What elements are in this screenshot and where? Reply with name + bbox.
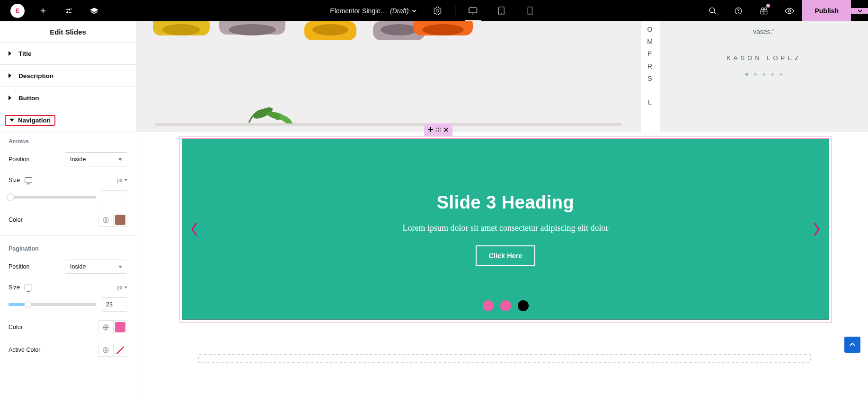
mobile-icon: [527, 6, 533, 16]
arrows-position-label: Position: [9, 156, 29, 163]
svg-point-7: [738, 12, 739, 13]
help-button[interactable]: [726, 0, 751, 21]
chevron-down-icon: [118, 266, 122, 268]
arrows-heading: Arrows: [9, 138, 127, 145]
global-color-button[interactable]: [98, 343, 114, 357]
pagination-color-swatch[interactable]: [115, 322, 125, 332]
arrows-size-slider[interactable]: [9, 191, 96, 203]
pagination-size-input[interactable]: 23: [102, 297, 127, 312]
svg-point-16: [436, 128, 437, 129]
globe-icon: [102, 324, 109, 331]
select-value: Inside: [70, 263, 86, 270]
svg-point-4: [530, 13, 531, 14]
whatsnew-button[interactable]: [751, 0, 777, 21]
pagination-active-color-swatch[interactable]: [115, 345, 125, 355]
layers-icon: [89, 7, 99, 15]
arrows-size-unit[interactable]: px: [116, 177, 127, 183]
section-button[interactable]: Button: [0, 87, 136, 109]
element-toolbar[interactable]: [424, 123, 452, 136]
add-section-button[interactable]: [428, 127, 434, 132]
responsive-icon[interactable]: [25, 177, 32, 183]
chevron-down-icon: [124, 287, 127, 288]
slide-pagination: [182, 300, 829, 311]
desktop-icon: [469, 7, 478, 15]
responsive-icon[interactable]: [25, 285, 32, 290]
select-value: Inside: [70, 156, 86, 163]
chevron-right-icon: [813, 222, 821, 237]
arrows-color-swatch[interactable]: [115, 215, 125, 225]
pagination-size-label: Size: [9, 284, 20, 291]
chevron-down-icon: [412, 8, 417, 14]
plus-icon: [39, 7, 47, 15]
delete-section-button[interactable]: [443, 127, 449, 132]
globe-icon: [102, 217, 109, 224]
eye-icon: [785, 7, 794, 15]
arrows-size-input[interactable]: [102, 190, 127, 204]
elementor-logo[interactable]: E: [5, 0, 30, 21]
chevron-down-icon: [9, 119, 14, 122]
tablet-view-button[interactable]: [489, 0, 514, 21]
testimonial-dot[interactable]: [754, 73, 757, 76]
structure-button[interactable]: [81, 0, 107, 21]
chevron-down-icon: [118, 158, 122, 161]
chevron-right-icon: [9, 73, 14, 78]
finder-button[interactable]: [700, 0, 726, 21]
gear-icon: [434, 7, 442, 15]
desktop-view-button[interactable]: [461, 0, 486, 21]
hero-image: [136, 21, 641, 132]
mobile-view-button[interactable]: [517, 0, 543, 21]
settings-button[interactable]: [56, 0, 81, 21]
svg-point-5: [710, 8, 715, 13]
testimonial-dot[interactable]: [745, 73, 748, 76]
chevron-down-icon: [857, 8, 863, 14]
prev-arrow[interactable]: [190, 222, 198, 237]
scroll-to-top-button[interactable]: [844, 337, 860, 353]
pagination-color-label: Color: [9, 324, 23, 330]
testimonial-widget: vases." KASON LOPEZ: [660, 21, 868, 132]
gift-icon: [760, 7, 768, 15]
testimonial-author: KASON LOPEZ: [726, 54, 801, 61]
publish-label: Publish: [815, 7, 839, 15]
editor-canvas: O M E R S L vases." KASON LOPEZ: [136, 21, 868, 400]
pagination-size-slider[interactable]: [9, 298, 96, 311]
add-widget-button[interactable]: [30, 0, 56, 21]
testimonial-dot[interactable]: [771, 73, 774, 76]
next-arrow[interactable]: [813, 222, 821, 237]
doc-name: Elementor Single…: [330, 7, 387, 15]
add-section-placeholder[interactable]: [198, 354, 811, 363]
svg-point-20: [438, 130, 439, 131]
pagination-group: Pagination Position Inside Size px: [0, 245, 136, 364]
publish-button[interactable]: Publish: [802, 0, 851, 21]
pagination-dot[interactable]: [518, 300, 529, 311]
leaf-decoration: [244, 99, 301, 127]
notification-dot: [766, 4, 770, 8]
svg-point-21: [440, 130, 441, 131]
pagination-size-unit[interactable]: px: [116, 284, 127, 291]
section-navigation[interactable]: Navigation: [0, 109, 136, 131]
global-color-button[interactable]: [98, 213, 114, 226]
testimonial-dot[interactable]: [762, 73, 765, 76]
document-switcher[interactable]: Elementor Single… (Draft): [325, 0, 422, 21]
sliders-icon: [64, 7, 73, 15]
pagination-position-select[interactable]: Inside: [65, 260, 127, 274]
arrows-position-select[interactable]: Inside: [65, 152, 127, 166]
pagination-dot[interactable]: [483, 300, 494, 311]
slide-button[interactable]: Click Here: [476, 245, 536, 266]
preview-button[interactable]: [777, 0, 802, 21]
search-icon: [709, 7, 717, 15]
testimonial-pagination[interactable]: [745, 73, 782, 76]
svg-point-2: [501, 13, 502, 14]
page-settings-button[interactable]: [425, 0, 451, 21]
testimonial-dot[interactable]: [779, 73, 782, 76]
drag-handle[interactable]: [435, 127, 441, 132]
chevron-right-icon: [9, 51, 14, 56]
global-color-button[interactable]: [98, 321, 114, 334]
section-description[interactable]: Description: [0, 65, 136, 87]
publish-options-button[interactable]: [851, 8, 868, 14]
section-title[interactable]: Title: [0, 43, 136, 65]
pagination-dot[interactable]: [500, 300, 511, 311]
divider: [455, 4, 456, 17]
slides-widget[interactable]: Slide 3 Heading Lorem ipsum dolor sit am…: [182, 139, 829, 320]
chevron-up-icon: [849, 341, 856, 348]
chevron-right-icon: [9, 96, 14, 100]
